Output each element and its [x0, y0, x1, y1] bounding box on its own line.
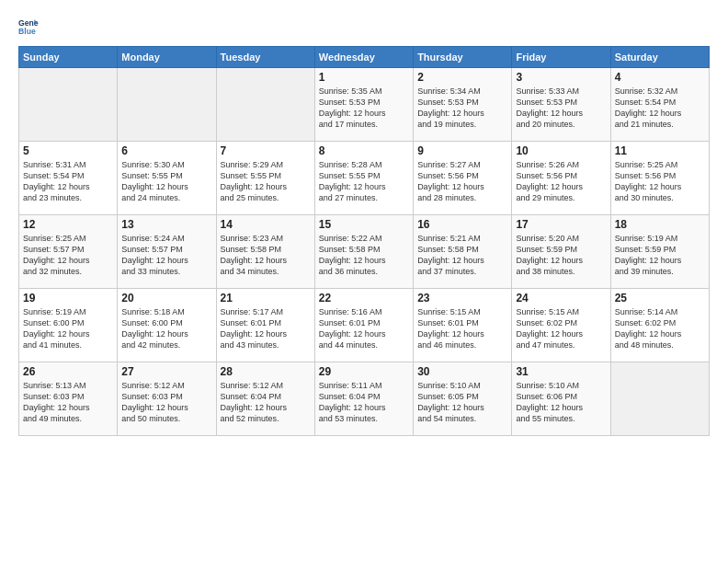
week-row-3: 12Sunrise: 5:25 AM Sunset: 5:57 PM Dayli… [19, 215, 710, 289]
day-number: 27 [121, 365, 211, 378]
logo: General Blue [18, 17, 42, 37]
day-cell-6: 6Sunrise: 5:30 AM Sunset: 5:55 PM Daylig… [118, 142, 216, 215]
day-header-row: SundayMondayTuesdayWednesdayThursdayFrid… [19, 47, 710, 68]
day-cell-7: 7Sunrise: 5:29 AM Sunset: 5:55 PM Daylig… [216, 142, 314, 215]
week-row-1: 1Sunrise: 5:35 AM Sunset: 5:53 PM Daylig… [19, 68, 710, 142]
day-cell-23: 23Sunrise: 5:15 AM Sunset: 6:01 PM Dayli… [414, 289, 512, 362]
day-cell-1: 1Sunrise: 5:35 AM Sunset: 5:53 PM Daylig… [314, 68, 413, 142]
day-number: 28 [221, 365, 311, 378]
logo-icon: General Blue [18, 17, 39, 37]
day-cell-10: 10Sunrise: 5:26 AM Sunset: 5:56 PM Dayli… [512, 142, 610, 215]
day-info: Sunrise: 5:13 AM Sunset: 6:03 PM Dayligh… [23, 380, 113, 425]
day-info: Sunrise: 5:10 AM Sunset: 6:05 PM Dayligh… [417, 380, 507, 425]
day-info: Sunrise: 5:14 AM Sunset: 6:02 PM Dayligh… [615, 306, 705, 351]
day-info: Sunrise: 5:32 AM Sunset: 5:54 PM Dayligh… [615, 86, 705, 131]
day-header-friday: Friday [512, 47, 610, 68]
day-number: 10 [516, 144, 606, 157]
day-number: 15 [319, 218, 409, 231]
day-cell-4: 4Sunrise: 5:32 AM Sunset: 5:54 PM Daylig… [610, 68, 709, 142]
day-info: Sunrise: 5:30 AM Sunset: 5:55 PM Dayligh… [121, 159, 211, 204]
day-number: 29 [319, 365, 409, 378]
week-row-5: 26Sunrise: 5:13 AM Sunset: 6:03 PM Dayli… [19, 362, 710, 436]
page: General Blue SundayMondayTuesdayWednesda… [0, 0, 728, 563]
day-number: 5 [23, 144, 113, 157]
day-cell-31: 31Sunrise: 5:10 AM Sunset: 6:06 PM Dayli… [512, 362, 610, 436]
day-number: 19 [23, 292, 113, 304]
day-number: 22 [319, 292, 409, 304]
day-info: Sunrise: 5:11 AM Sunset: 6:04 PM Dayligh… [319, 380, 409, 425]
day-info: Sunrise: 5:24 AM Sunset: 5:57 PM Dayligh… [121, 233, 211, 278]
day-number: 16 [417, 218, 507, 231]
day-info: Sunrise: 5:17 AM Sunset: 6:01 PM Dayligh… [221, 306, 311, 351]
day-cell-16: 16Sunrise: 5:21 AM Sunset: 5:58 PM Dayli… [414, 215, 512, 289]
day-info: Sunrise: 5:20 AM Sunset: 5:59 PM Dayligh… [516, 233, 606, 278]
day-number: 21 [221, 292, 311, 304]
day-number: 20 [121, 292, 211, 304]
day-cell-30: 30Sunrise: 5:10 AM Sunset: 6:05 PM Dayli… [414, 362, 512, 436]
day-info: Sunrise: 5:16 AM Sunset: 6:01 PM Dayligh… [319, 306, 409, 351]
day-cell-9: 9Sunrise: 5:27 AM Sunset: 5:56 PM Daylig… [414, 142, 512, 215]
day-cell-15: 15Sunrise: 5:22 AM Sunset: 5:58 PM Dayli… [314, 215, 413, 289]
day-number: 8 [319, 144, 409, 157]
day-cell-27: 27Sunrise: 5:12 AM Sunset: 6:03 PM Dayli… [118, 362, 216, 436]
day-number: 14 [221, 218, 311, 231]
day-info: Sunrise: 5:12 AM Sunset: 6:03 PM Dayligh… [121, 380, 211, 425]
day-cell-25: 25Sunrise: 5:14 AM Sunset: 6:02 PM Dayli… [610, 289, 709, 362]
day-cell-2: 2Sunrise: 5:34 AM Sunset: 5:53 PM Daylig… [414, 68, 512, 142]
day-number: 11 [615, 144, 705, 157]
day-cell-12: 12Sunrise: 5:25 AM Sunset: 5:57 PM Dayli… [19, 215, 118, 289]
day-number: 12 [23, 218, 113, 231]
day-info: Sunrise: 5:34 AM Sunset: 5:53 PM Dayligh… [417, 86, 507, 131]
day-info: Sunrise: 5:15 AM Sunset: 6:01 PM Dayligh… [417, 306, 507, 351]
calendar-table: SundayMondayTuesdayWednesdayThursdayFrid… [18, 46, 710, 436]
day-number: 3 [516, 71, 606, 84]
day-cell-11: 11Sunrise: 5:25 AM Sunset: 5:56 PM Dayli… [610, 142, 709, 215]
header: General Blue [18, 17, 710, 37]
day-header-thursday: Thursday [414, 47, 512, 68]
day-cell-19: 19Sunrise: 5:19 AM Sunset: 6:00 PM Dayli… [19, 289, 118, 362]
day-number: 4 [615, 71, 705, 84]
day-cell-8: 8Sunrise: 5:28 AM Sunset: 5:55 PM Daylig… [314, 142, 413, 215]
day-cell-26: 26Sunrise: 5:13 AM Sunset: 6:03 PM Dayli… [19, 362, 118, 436]
day-number: 13 [121, 218, 211, 231]
day-info: Sunrise: 5:33 AM Sunset: 5:53 PM Dayligh… [516, 86, 606, 131]
day-cell-28: 28Sunrise: 5:12 AM Sunset: 6:04 PM Dayli… [216, 362, 314, 436]
day-header-sunday: Sunday [19, 47, 118, 68]
day-cell-22: 22Sunrise: 5:16 AM Sunset: 6:01 PM Dayli… [314, 289, 413, 362]
day-number: 9 [417, 144, 507, 157]
empty-cell [19, 68, 118, 142]
day-header-monday: Monday [118, 47, 216, 68]
day-info: Sunrise: 5:23 AM Sunset: 5:58 PM Dayligh… [221, 233, 311, 278]
day-cell-29: 29Sunrise: 5:11 AM Sunset: 6:04 PM Dayli… [314, 362, 413, 436]
day-cell-17: 17Sunrise: 5:20 AM Sunset: 5:59 PM Dayli… [512, 215, 610, 289]
day-cell-13: 13Sunrise: 5:24 AM Sunset: 5:57 PM Dayli… [118, 215, 216, 289]
day-info: Sunrise: 5:29 AM Sunset: 5:55 PM Dayligh… [221, 159, 311, 204]
day-number: 25 [615, 292, 705, 304]
day-info: Sunrise: 5:26 AM Sunset: 5:56 PM Dayligh… [516, 159, 606, 204]
day-number: 24 [516, 292, 606, 304]
svg-text:Blue: Blue [18, 27, 36, 36]
day-header-saturday: Saturday [610, 47, 709, 68]
day-info: Sunrise: 5:18 AM Sunset: 6:00 PM Dayligh… [121, 306, 211, 351]
day-info: Sunrise: 5:25 AM Sunset: 5:56 PM Dayligh… [615, 159, 705, 204]
day-info: Sunrise: 5:12 AM Sunset: 6:04 PM Dayligh… [221, 380, 311, 425]
day-info: Sunrise: 5:35 AM Sunset: 5:53 PM Dayligh… [319, 86, 409, 131]
day-info: Sunrise: 5:21 AM Sunset: 5:58 PM Dayligh… [417, 233, 507, 278]
day-cell-18: 18Sunrise: 5:19 AM Sunset: 5:59 PM Dayli… [610, 215, 709, 289]
day-number: 30 [417, 365, 507, 378]
day-number: 7 [221, 144, 311, 157]
day-number: 1 [319, 71, 409, 84]
day-number: 23 [417, 292, 507, 304]
day-info: Sunrise: 5:27 AM Sunset: 5:56 PM Dayligh… [417, 159, 507, 204]
empty-cell [118, 68, 216, 142]
empty-cell [610, 362, 709, 436]
day-header-wednesday: Wednesday [314, 47, 413, 68]
week-row-4: 19Sunrise: 5:19 AM Sunset: 6:00 PM Dayli… [19, 289, 710, 362]
day-cell-14: 14Sunrise: 5:23 AM Sunset: 5:58 PM Dayli… [216, 215, 314, 289]
day-cell-3: 3Sunrise: 5:33 AM Sunset: 5:53 PM Daylig… [512, 68, 610, 142]
empty-cell [216, 68, 314, 142]
day-info: Sunrise: 5:15 AM Sunset: 6:02 PM Dayligh… [516, 306, 606, 351]
day-number: 6 [121, 144, 211, 157]
day-info: Sunrise: 5:19 AM Sunset: 5:59 PM Dayligh… [615, 233, 705, 278]
day-info: Sunrise: 5:25 AM Sunset: 5:57 PM Dayligh… [23, 233, 113, 278]
